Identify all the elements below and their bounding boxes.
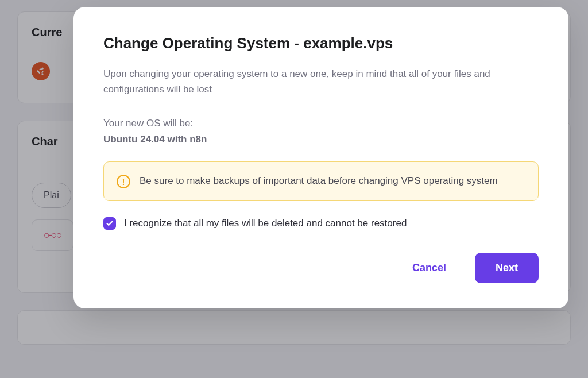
modal-description: Upon changing your operating system to a… [103, 66, 539, 97]
warning-text: Be sure to make backups of important dat… [140, 173, 498, 188]
new-os-value: Ubuntu 24.04 with n8n [103, 134, 539, 145]
next-button[interactable]: Next [475, 253, 539, 283]
acknowledge-checkbox[interactable] [103, 217, 116, 230]
new-os-label: Your new OS will be: [103, 118, 539, 129]
change-os-modal: Change Operating System - example.vps Up… [74, 7, 568, 308]
acknowledge-label[interactable]: I recognize that all my files will be de… [124, 218, 407, 229]
acknowledge-row: I recognize that all my files will be de… [103, 217, 539, 230]
cancel-button[interactable]: Cancel [401, 254, 458, 282]
modal-title: Change Operating System - example.vps [103, 34, 539, 52]
warning-icon: ! [117, 175, 130, 188]
warning-box: ! Be sure to make backups of important d… [103, 161, 539, 200]
modal-actions: Cancel Next [103, 253, 539, 283]
